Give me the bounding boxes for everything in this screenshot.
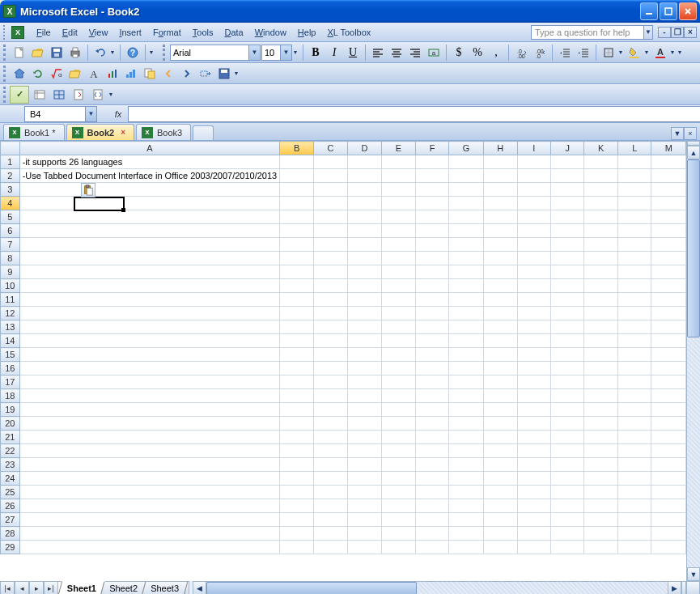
cell-D13[interactable] [348, 320, 382, 334]
cell-C26[interactable] [314, 499, 348, 513]
cell-D8[interactable] [348, 252, 382, 265]
cell-L18[interactable] [618, 389, 651, 403]
cell-F22[interactable] [415, 444, 449, 458]
col-header-E[interactable]: E [382, 142, 416, 155]
cell-B16[interactable] [280, 362, 314, 375]
cell-I16[interactable] [517, 362, 550, 375]
sheet-tab-sheet1[interactable]: Sheet1 [58, 581, 106, 594]
formula-input[interactable] [128, 106, 700, 122]
cell-F5[interactable] [415, 210, 449, 224]
cell-D2[interactable] [348, 169, 382, 183]
cell-J3[interactable] [551, 183, 584, 197]
cell-E19[interactable] [382, 403, 416, 417]
cell-I29[interactable] [517, 541, 550, 554]
cell-E1[interactable] [382, 155, 416, 169]
cell-L21[interactable] [618, 431, 651, 444]
cell-H7[interactable] [483, 238, 517, 252]
cell-L13[interactable] [618, 320, 651, 334]
cell-A28[interactable] [19, 527, 280, 541]
cell-H22[interactable] [483, 444, 517, 458]
cell-M2[interactable] [651, 169, 686, 183]
cell-K27[interactable] [584, 513, 618, 527]
cell-H4[interactable] [483, 197, 517, 210]
cell-J1[interactable] [551, 155, 584, 169]
workbook-tab-book1[interactable]: XBook1 * [3, 124, 65, 140]
cell-F21[interactable] [415, 431, 449, 444]
cell-B13[interactable] [280, 320, 314, 334]
cell-K20[interactable] [584, 417, 618, 431]
cell-J21[interactable] [551, 431, 584, 444]
toolbar3-options[interactable]: ▼ [107, 91, 115, 97]
cell-B3[interactable] [280, 183, 314, 197]
cell-A18[interactable] [19, 389, 280, 403]
cell-D24[interactable] [348, 472, 382, 486]
cell-B2[interactable] [280, 169, 314, 183]
menu-insert[interactable]: Insert [113, 25, 147, 40]
cell-G13[interactable] [449, 320, 483, 334]
cell-J15[interactable] [551, 348, 584, 362]
cell-M28[interactable] [651, 527, 686, 541]
cell-H27[interactable] [483, 513, 517, 527]
cell-L17[interactable] [618, 375, 651, 389]
cell-D6[interactable] [348, 224, 382, 238]
cell-L15[interactable] [618, 348, 651, 362]
cell-L5[interactable] [618, 210, 651, 224]
row-header-16[interactable]: 16 [1, 362, 20, 375]
cell-G7[interactable] [449, 238, 483, 252]
cell-C6[interactable] [314, 224, 348, 238]
row-header-4[interactable]: 4 [1, 197, 20, 210]
row-header-11[interactable]: 11 [1, 293, 20, 307]
cell-A29[interactable] [19, 541, 280, 554]
cell-E22[interactable] [382, 444, 416, 458]
cell-G26[interactable] [449, 499, 483, 513]
cell-K19[interactable] [584, 403, 618, 417]
borders-button[interactable] [600, 44, 617, 62]
row-header-3[interactable]: 3 [1, 183, 20, 197]
increase-decimal-button[interactable]: .0.00 [512, 44, 530, 62]
home-button[interactable] [11, 65, 28, 83]
cell-H14[interactable] [483, 334, 517, 348]
row-header-20[interactable]: 20 [1, 417, 20, 431]
cell-D20[interactable] [348, 417, 382, 431]
mdi-restore-button[interactable]: ❐ [671, 27, 684, 38]
sheet-tab-sheet2[interactable]: Sheet2 [100, 582, 146, 594]
sheet-nav-next[interactable]: ▸ [29, 581, 44, 594]
cell-K1[interactable] [584, 155, 618, 169]
fx-button[interactable]: fx [108, 109, 128, 119]
cell-E21[interactable] [382, 431, 416, 444]
cell-M6[interactable] [651, 224, 686, 238]
cell-B19[interactable] [280, 403, 314, 417]
cell-I12[interactable] [517, 307, 550, 320]
toolbar-handle[interactable] [3, 25, 8, 40]
cell-I13[interactable] [517, 320, 550, 334]
folder-button[interactable] [66, 65, 84, 83]
cell-K5[interactable] [584, 210, 618, 224]
cell-C5[interactable] [314, 210, 348, 224]
cell-J22[interactable] [551, 444, 584, 458]
cell-A19[interactable] [19, 403, 280, 417]
cell-E29[interactable] [382, 541, 416, 554]
cell-B10[interactable] [280, 279, 314, 293]
cell-J29[interactable] [551, 541, 584, 554]
cell-A25[interactable] [19, 486, 280, 499]
print-button[interactable] [66, 44, 84, 62]
cell-C17[interactable] [314, 375, 348, 389]
cell-C23[interactable] [314, 458, 348, 472]
cell-F12[interactable] [415, 307, 449, 320]
cell-A15[interactable] [19, 348, 280, 362]
cell-G17[interactable] [449, 375, 483, 389]
menu-window[interactable]: Window [249, 25, 292, 40]
cell-F15[interactable] [415, 348, 449, 362]
cell-D29[interactable] [348, 541, 382, 554]
cell-I26[interactable] [517, 499, 550, 513]
cell-K26[interactable] [584, 499, 618, 513]
maximize-button[interactable] [660, 2, 677, 20]
cell-D3[interactable] [348, 183, 382, 197]
cell-A3[interactable] [19, 183, 280, 197]
cell-D21[interactable] [348, 431, 382, 444]
cell-B14[interactable] [280, 334, 314, 348]
save-disk-button[interactable] [215, 65, 233, 83]
size-dropdown[interactable]: ▼ [291, 49, 299, 55]
cell-F26[interactable] [415, 499, 449, 513]
cell-B27[interactable] [280, 513, 314, 527]
